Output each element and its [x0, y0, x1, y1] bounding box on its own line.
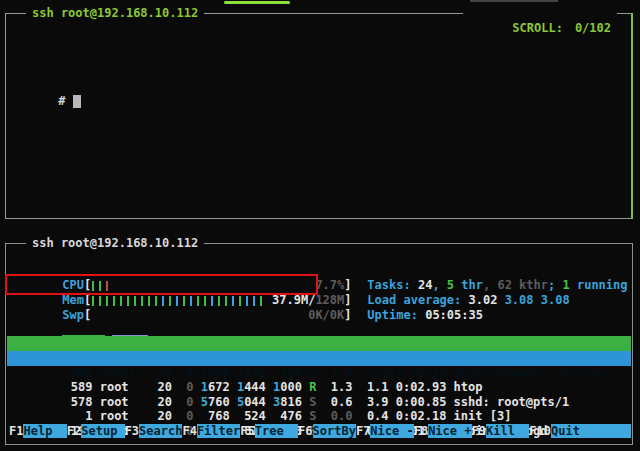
- scroll-label: SCROLL:: [512, 21, 563, 35]
- process-row-589[interactable]: 589root200167214441000R1.31.10:02.93htop: [7, 366, 631, 381]
- pane-title-shell: ssh root@192.168.10.112: [26, 6, 204, 21]
- uptime-value: 05:05:35: [425, 308, 483, 322]
- shell-prompt-line[interactable]: #: [6, 70, 631, 124]
- load-5min: 3.08: [505, 293, 541, 307]
- swap-meter-label: Swp: [62, 308, 84, 322]
- tmux-screen: ssh root@192.168.10.112 SCROLL:0/102 # s…: [0, 0, 640, 451]
- fkey-setup[interactable]: Setup: [81, 424, 124, 438]
- prompt-char: #: [58, 94, 65, 108]
- process-row-585-selected[interactable]: 585avahi20020081272728S3.91.013:16.19ava…: [7, 351, 631, 366]
- fkey-nice-minus[interactable]: Nice -: [370, 424, 413, 438]
- process-row-578[interactable]: 578root200576050443816S0.63.90:00.85sshd…: [7, 380, 631, 395]
- process-row-198[interactable]: 198root2001512812768S0.00.60:01.06/sbin/…: [7, 409, 631, 424]
- mem-meter: Mem[37.9M/128M]: [19, 278, 352, 293]
- tmux-pane-htop[interactable]: ssh root@192.168.10.112 CPU[7.7%] Mem[37…: [5, 243, 633, 445]
- fkey-kill[interactable]: Kill: [486, 424, 529, 438]
- terminal-cursor: [73, 95, 81, 108]
- fkey-quit[interactable]: Quit: [551, 424, 631, 438]
- swap-meter: Swp[0K/0K]: [19, 293, 352, 308]
- video-progress-track: [470, 0, 558, 2]
- tmux-pane-shell[interactable]: ssh root@192.168.10.112 SCROLL:0/102 #: [5, 13, 633, 219]
- fkey-sortby[interactable]: SortBy: [313, 424, 356, 438]
- fkey-search[interactable]: Search: [139, 424, 182, 438]
- fkey-nice-plus[interactable]: Nice +: [428, 424, 471, 438]
- process-row-1[interactable]: 1root200768524476S0.00.40:02.18init [3]: [7, 395, 631, 410]
- load-15min: 3.08: [541, 293, 570, 307]
- fkey-tree[interactable]: Tree: [255, 424, 298, 438]
- scroll-value: 0/102: [575, 21, 611, 35]
- function-key-bar: F1Help F2Setup F3SearchF4FilterF5Tree F6…: [7, 424, 631, 438]
- scroll-indicator: SCROLL:0/102: [463, 6, 617, 51]
- cpu-meter: CPU[7.7%]: [19, 263, 352, 278]
- uptime-line: Uptime: 05:05:35: [324, 293, 483, 308]
- load-average-line: Load average: 3.02 3.08 3.08: [324, 278, 570, 293]
- fkey-filter[interactable]: Filter: [197, 424, 240, 438]
- video-progress-bar: [224, 1, 290, 4]
- process-table-header: PIDUSERPRINIVIRTRESSHRSCPU%▽MEM%TIME+Com…: [7, 336, 631, 351]
- pane-title-htop: ssh root@192.168.10.112: [26, 236, 204, 251]
- tasks-line: Tasks: 24, 5 thr, 62 kthr; 1 running: [324, 263, 628, 278]
- fkey-help[interactable]: Help: [23, 424, 66, 438]
